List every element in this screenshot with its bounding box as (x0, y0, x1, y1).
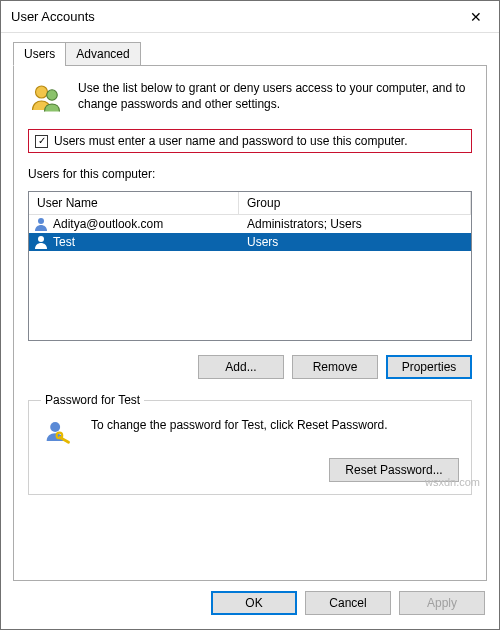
tab-panel-users: Use the list below to grant or deny user… (13, 65, 487, 581)
users-list-label: Users for this computer: (28, 167, 472, 181)
svg-point-4 (50, 422, 60, 432)
close-button[interactable]: ✕ (453, 1, 499, 33)
table-row[interactable]: Aditya@outlook.com Administrators; Users (29, 215, 471, 233)
remove-button[interactable]: Remove (292, 355, 378, 379)
tab-users[interactable]: Users (13, 42, 66, 66)
require-password-checkbox[interactable]: ✓ (35, 135, 48, 148)
svg-point-0 (36, 86, 48, 98)
client-area: Users Advanced Use the list below to gra… (1, 33, 499, 581)
apply-button[interactable]: Apply (399, 591, 485, 615)
password-group-legend: Password for Test (41, 393, 144, 407)
cell-username: Test (53, 235, 75, 249)
users-icon (28, 80, 64, 119)
reset-password-button[interactable]: Reset Password... (329, 458, 459, 482)
close-icon: ✕ (470, 9, 482, 25)
password-group: Password for Test To change the password… (28, 393, 472, 495)
cell-group: Administrators; Users (239, 217, 471, 231)
user-accounts-window: User Accounts ✕ Users Advanced Use the l… (0, 0, 500, 630)
properties-button[interactable]: Properties (386, 355, 472, 379)
column-header-username[interactable]: User Name (29, 192, 239, 214)
svg-point-2 (38, 218, 44, 224)
user-avatar-icon (33, 216, 49, 232)
cancel-button[interactable]: Cancel (305, 591, 391, 615)
column-header-group[interactable]: Group (239, 192, 471, 214)
tab-advanced[interactable]: Advanced (65, 42, 140, 66)
svg-point-3 (38, 236, 44, 242)
require-password-label: Users must enter a user name and passwor… (54, 134, 408, 148)
users-button-row: Add... Remove Properties (28, 355, 472, 379)
dialog-footer: OK Cancel Apply (1, 581, 499, 629)
add-button[interactable]: Add... (198, 355, 284, 379)
titlebar: User Accounts ✕ (1, 1, 499, 33)
users-list[interactable]: User Name Group Aditya@outlook.com Admin… (28, 191, 472, 341)
tabstrip: Users Advanced (13, 41, 487, 65)
key-user-icon (41, 417, 75, 454)
require-password-row[interactable]: ✓ Users must enter a user name and passw… (28, 129, 472, 153)
users-list-header: User Name Group (29, 192, 471, 215)
cell-group: Users (239, 235, 471, 249)
cell-username: Aditya@outlook.com (53, 217, 163, 231)
users-list-body: Aditya@outlook.com Administrators; Users… (29, 215, 471, 340)
intro-row: Use the list below to grant or deny user… (28, 80, 472, 119)
svg-point-1 (47, 90, 58, 101)
table-row[interactable]: Test Users (29, 233, 471, 251)
intro-text: Use the list below to grant or deny user… (78, 80, 472, 112)
password-group-text: To change the password for Test, click R… (91, 417, 459, 433)
ok-button[interactable]: OK (211, 591, 297, 615)
window-title: User Accounts (11, 9, 95, 24)
user-avatar-icon (33, 234, 49, 250)
